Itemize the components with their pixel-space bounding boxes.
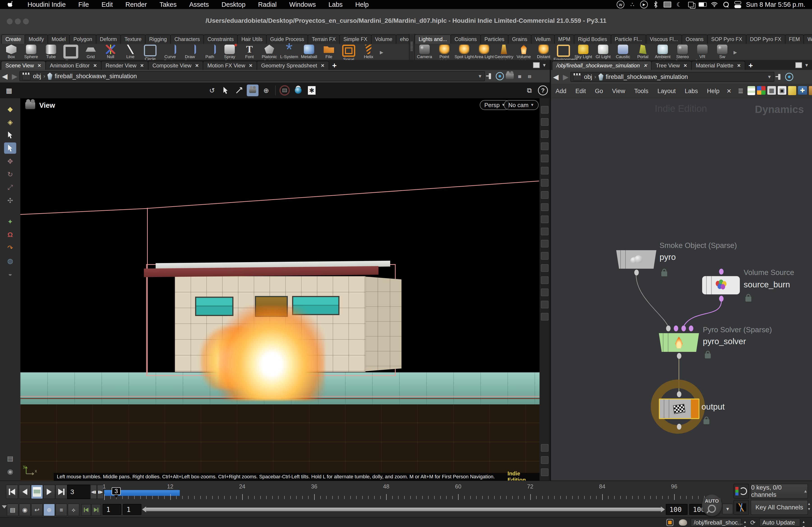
scope-record-icon[interactable] [664, 518, 676, 527]
pane-tab[interactable]: Scene View✕ [1, 61, 46, 70]
shelf-tab[interactable]: Simple FX [339, 34, 371, 44]
spinner-arrows[interactable]: ▲▼ [801, 520, 806, 527]
auto-update-dropdown[interactable]: Auto Update [759, 518, 800, 527]
shelf-tab[interactable]: Volume [371, 34, 396, 44]
display-option-icon[interactable] [541, 301, 549, 308]
prev-keyframe-button[interactable] [81, 504, 91, 516]
pane-menu-icon[interactable]: ▼ [542, 63, 547, 68]
shelf-tab[interactable]: Particles [480, 34, 508, 44]
rotate-tool-icon[interactable]: ↻ [4, 169, 16, 180]
render-snapshot-icon[interactable]: ✱ [306, 85, 318, 96]
display-option-icon[interactable] [541, 264, 549, 272]
menubar-item[interactable]: Edit [95, 1, 119, 8]
shelf-tab[interactable]: Create [1, 34, 25, 44]
bend-tool-icon[interactable]: ↷ [4, 242, 16, 253]
play-circle-icon[interactable]: ▶ [638, 0, 650, 9]
layout-boxes-icon[interactable]: ▣ [778, 86, 786, 95]
shelf-tab[interactable]: Vellum [531, 34, 555, 44]
lock-icon[interactable] [745, 297, 751, 302]
display-option-icon[interactable] [541, 240, 549, 247]
tree-hierarchy-icon[interactable]: ☰ [736, 86, 746, 96]
path-dropdown-icon[interactable]: ▼ [478, 74, 482, 79]
no-cam-button[interactable]: No cam▼ [504, 100, 539, 110]
scene-viewport[interactable]: View Persp▼ No cam▼ Left mouse tumbles. … [20, 98, 539, 481]
shelf-overflow-arrow-icon[interactable]: ▶ [378, 49, 385, 55]
new-pane-tab-button[interactable]: + [329, 61, 340, 70]
shelf-tab[interactable]: Oceans [682, 34, 708, 44]
forward-button[interactable]: ▶ [10, 72, 19, 80]
go-to-end-button[interactable] [55, 485, 68, 499]
display-option-icon[interactable] [541, 215, 549, 223]
display-option-icon[interactable] [541, 130, 549, 138]
network-menu-item[interactable]: Add [551, 88, 571, 95]
close-tab-icon[interactable]: ✕ [321, 63, 324, 68]
tools-wrench-icon[interactable]: ✕ [724, 86, 734, 96]
shelf-tab[interactable]: Particle Fl... [611, 34, 646, 44]
pane-tab[interactable]: /obj/fireball_shockwave_simulation✕ [552, 61, 652, 70]
view-current-objects-icon[interactable] [247, 85, 259, 96]
node-input-dot[interactable] [666, 326, 670, 331]
shelf-tab[interactable]: Rigging [145, 34, 171, 44]
select-tool-icon[interactable] [220, 85, 231, 96]
shelf-tab[interactable]: Rigid Bodies [574, 34, 611, 44]
path-root[interactable]: obj [584, 74, 592, 80]
menubar-item[interactable]: Radial [252, 1, 283, 8]
network-path-field[interactable]: obj › fireball_shockwave_simulation ▼ [570, 72, 774, 82]
menubar-item[interactable]: Takes [153, 1, 183, 8]
scale-tool-icon[interactable]: ⤢ [4, 182, 16, 193]
network-menu-item[interactable]: View [608, 88, 630, 95]
go-to-start-button[interactable] [6, 485, 18, 499]
network-menu-item[interactable]: Go [591, 88, 608, 95]
sop-tool-icon[interactable]: ◆ [4, 103, 16, 115]
pose-tool-icon[interactable]: ✣ [4, 195, 16, 206]
display-option-icon[interactable] [541, 167, 549, 175]
node-input-dot[interactable] [689, 326, 693, 331]
display-option-icon[interactable] [541, 142, 549, 150]
node-pyro[interactable] [616, 250, 656, 269]
shelf-tab[interactable]: DOP Pyro FX [746, 34, 785, 44]
follow-focus-icon[interactable] [495, 72, 505, 81]
close-tab-icon[interactable]: ✕ [643, 63, 647, 68]
shelf-tab[interactable]: FEM [785, 34, 804, 44]
display-option-icon[interactable] [541, 155, 549, 162]
shelf-tab[interactable]: Constraints [203, 34, 238, 44]
hilite-options-icon[interactable]: ▦ [515, 72, 525, 81]
display-option-icon[interactable] [541, 444, 549, 452]
node-name-label[interactable]: pyro_solver [703, 337, 746, 346]
display-option-icon[interactable] [541, 313, 549, 320]
close-tab-icon[interactable]: ✕ [140, 63, 144, 68]
shelf-tab[interactable]: Deform [96, 34, 121, 44]
network-menu-item[interactable]: Tools [630, 88, 653, 95]
close-tab-icon[interactable]: ✕ [93, 63, 97, 68]
range-start-field[interactable]: 1 [103, 504, 121, 515]
display-option-icon[interactable] [541, 228, 549, 235]
shelf-overflow-arrow-icon[interactable]: ▶ [732, 49, 738, 55]
revert-icon[interactable]: ↩ [31, 503, 43, 516]
close-tab-icon[interactable]: ✕ [737, 63, 741, 68]
audio-options-icon[interactable]: ◉ [19, 503, 31, 516]
render-view-icon[interactable] [292, 85, 304, 96]
apple-menu-icon[interactable] [7, 1, 15, 8]
auto-key-dropdown-icon[interactable]: ▼ [722, 503, 733, 514]
stop-playback-button[interactable] [31, 485, 43, 499]
shelf-splitter[interactable] [409, 34, 415, 60]
display-option-icon[interactable] [541, 191, 549, 199]
pin-pane-icon[interactable] [485, 72, 495, 81]
key-all-channels-button[interactable]: Key All Channels [751, 500, 808, 515]
network-menu-item[interactable]: Labs [680, 88, 702, 95]
package-icon[interactable] [809, 86, 812, 95]
lock-icon[interactable] [661, 271, 667, 276]
handles-tool-icon[interactable] [233, 85, 245, 96]
view-tool-icon[interactable]: ↺ [206, 85, 218, 96]
auto-key-knob[interactable]: AUTO [702, 495, 722, 516]
playbar-stow-icon[interactable] [2, 506, 7, 509]
display-option-icon[interactable] [541, 456, 549, 464]
follow-playbar-icon[interactable]: ⟡ [68, 503, 79, 516]
node-input-dot[interactable] [677, 391, 681, 397]
display-flags-icon[interactable]: ▤ [4, 453, 16, 464]
close-tab-icon[interactable]: ✕ [195, 63, 199, 68]
pane-tab[interactable]: Render View✕ [101, 61, 148, 70]
pin-pane-icon[interactable] [774, 72, 784, 81]
shelf-tab[interactable]: Grains [508, 34, 532, 44]
control-center-icon[interactable] [732, 0, 744, 9]
